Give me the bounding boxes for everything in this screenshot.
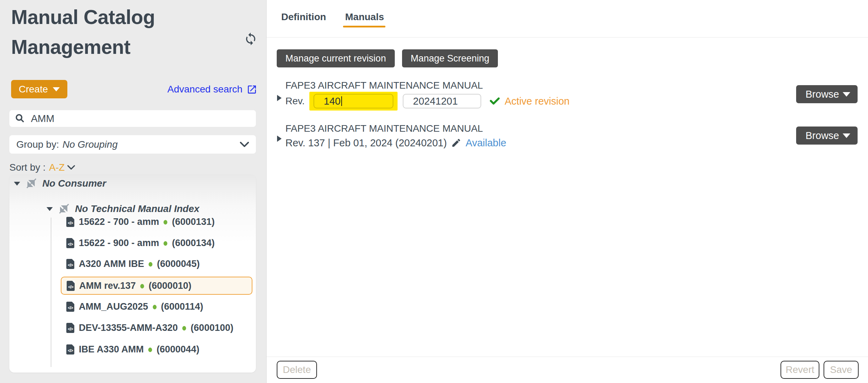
status-dot-green: [140, 284, 144, 288]
manual-title: FAPE3 AIRCRAFT MAINTENANCE MANUAL: [285, 80, 483, 91]
available-revision-row: Rev. 137 | Feb 01, 2024 (20240201) Avail…: [285, 137, 506, 149]
chevron-down-icon: [240, 142, 249, 147]
divider: [267, 37, 868, 38]
search-input[interactable]: [30, 113, 250, 125]
tree-item-manual[interactable]: </> DEV-13355-AMM-A320 (6000100): [66, 319, 233, 336]
manual-name: 15622 - 900 - amm: [79, 238, 159, 248]
external-link-icon: [247, 84, 257, 95]
group-by-select[interactable]: Group by: No Grouping: [9, 135, 256, 154]
text-cursor: [341, 96, 342, 106]
revision-number-value: 140: [324, 96, 341, 107]
manual-document-icon: </>: [66, 259, 74, 269]
status-dot-green: [148, 348, 152, 352]
revision-number-input[interactable]: 140: [314, 94, 393, 108]
manual-document-icon: </>: [66, 217, 74, 227]
chevron-down-icon: [53, 87, 60, 91]
search-icon: [15, 113, 25, 124]
manual-id: (6000044): [157, 344, 199, 355]
create-button[interactable]: Create: [11, 80, 67, 98]
available-status-link[interactable]: Available: [466, 137, 506, 149]
active-revision-status: Active revision: [505, 96, 570, 107]
save-button[interactable]: Save: [824, 361, 859, 379]
page-title: Manual Catalog Management: [11, 2, 219, 62]
status-dot-green: [182, 326, 186, 331]
manual-name: AMM_AUG2025: [79, 301, 148, 312]
no-index-icon: [59, 204, 69, 214]
tab-manuals[interactable]: Manuals: [345, 11, 384, 23]
browse-button-label: Browse: [806, 130, 839, 141]
manual-id: (6000010): [149, 280, 191, 291]
manual-name: A320 AMM IBE: [79, 259, 144, 269]
revision-details: Rev. 137 | Feb 01, 2024 (20240201): [285, 137, 447, 149]
sort-by-label: Sort by :: [9, 162, 45, 173]
browse-button[interactable]: Browse: [796, 85, 858, 103]
edit-pencil-icon[interactable]: [451, 138, 461, 148]
browse-button[interactable]: Browse: [796, 127, 858, 145]
highlight-wrapper: 140: [309, 92, 398, 111]
manual-name: 15622 - 700 - amm: [79, 217, 159, 227]
manual-document-icon: </>: [66, 344, 74, 355]
tree-item-manual[interactable]: </> 15622 - 700 - amm (6000131): [66, 213, 215, 230]
tree-node-label: No Technical Manual Index: [75, 203, 199, 214]
check-icon: [489, 95, 501, 107]
expand-caret-right-icon[interactable]: [277, 136, 282, 142]
manual-document-icon: </>: [67, 281, 75, 291]
divider: [267, 357, 868, 357]
manual-id: (6000045): [157, 259, 200, 269]
active-revision-row: Rev. 140 Active revision: [285, 92, 569, 110]
revert-button[interactable]: Revert: [781, 361, 819, 379]
tab-definition[interactable]: Definition: [281, 11, 326, 23]
caret-down-icon[interactable]: [14, 182, 20, 186]
tree-node-no-consumer[interactable]: No Consumer: [14, 175, 106, 192]
search-box: [9, 110, 256, 127]
group-by-value: No Grouping: [62, 139, 118, 150]
group-by-label: Group by:: [16, 139, 59, 150]
expand-caret-right-icon[interactable]: [277, 95, 282, 101]
manual-name: IBE A330 AMM: [79, 344, 144, 355]
rev-label: Rev.: [285, 96, 305, 107]
revision-date-input[interactable]: [403, 94, 481, 108]
tree-item-manual[interactable]: </> 15622 - 900 - amm (6000134): [66, 235, 215, 251]
manual-name: AMM rev.137: [79, 280, 136, 291]
sidebar: Manual Catalog Management Create Advance…: [0, 0, 267, 383]
no-consumer-icon: [26, 179, 36, 188]
manual-title: FAPE3 AIRCRAFT MAINTENANCE MANUAL: [285, 123, 483, 134]
delete-button[interactable]: Delete: [277, 361, 317, 379]
advanced-search-link[interactable]: Advanced search: [167, 82, 257, 97]
manual-tree: No Consumer No Technical Manual Index </…: [9, 174, 256, 373]
status-dot-green: [164, 241, 167, 246]
manual-document-icon: </>: [66, 302, 74, 312]
sort-by-control[interactable]: Sort by : A-Z: [9, 161, 75, 174]
manage-screening-button[interactable]: Manage Screening: [402, 49, 498, 67]
status-dot-green: [149, 262, 152, 267]
chevron-down-icon: [843, 92, 850, 97]
manual-id: (6000131): [172, 217, 215, 227]
manual-document-icon: </>: [66, 323, 74, 333]
tree-node-label: No Consumer: [42, 178, 106, 189]
status-dot-green: [164, 220, 167, 225]
tree-item-manual[interactable]: </> A320 AMM IBE (6000045): [66, 255, 200, 272]
manual-catalog-management-app: Manual Catalog Management Create Advance…: [0, 0, 868, 383]
create-button-label: Create: [19, 84, 48, 95]
main-panel: Definition Manuals Manage current revisi…: [267, 0, 868, 383]
manual-id: (6000134): [172, 238, 215, 248]
tree-item-manual-selected[interactable]: </> AMM rev.137 (6000010): [61, 277, 252, 295]
manual-id: (6000100): [191, 323, 233, 333]
manage-toolbar: Manage current revision Manage Screening: [277, 49, 498, 67]
manage-current-revision-button[interactable]: Manage current revision: [277, 49, 395, 67]
refresh-icon[interactable]: [244, 32, 258, 47]
manual-document-icon: </>: [66, 238, 74, 248]
chevron-down-icon: [843, 133, 850, 138]
sort-by-value: A-Z: [49, 162, 65, 173]
tree-item-manual[interactable]: </> AMM_AUG2025 (6000114): [66, 298, 203, 315]
caret-down-icon[interactable]: [47, 207, 53, 211]
chevron-down-icon: [67, 165, 75, 170]
manual-id: (6000114): [161, 301, 203, 312]
manual-name: DEV-13355-AMM-A320: [79, 323, 178, 333]
tree-guide-line: [51, 218, 51, 367]
advanced-search-label: Advanced search: [167, 84, 242, 95]
active-tab-underline: [343, 26, 385, 27]
browse-button-label: Browse: [806, 89, 839, 100]
tree-item-manual[interactable]: </> IBE A330 AMM (6000044): [66, 341, 199, 358]
status-dot-green: [153, 305, 157, 309]
